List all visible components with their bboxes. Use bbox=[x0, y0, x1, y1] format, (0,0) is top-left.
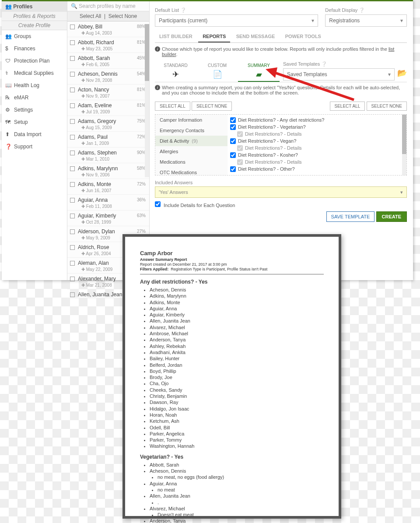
saved-templates-label: Saved Templates ❔ bbox=[283, 61, 407, 67]
profile-row[interactable]: Adams, Stephen✚ Mar 1, 201090% bbox=[67, 147, 149, 163]
select-all-button-right[interactable]: SELECT ALL bbox=[330, 102, 365, 111]
select-none-button-left[interactable]: SELECT NONE bbox=[192, 102, 232, 111]
question-item[interactable]: Diet Restrictions? - Vegetarian? bbox=[228, 123, 406, 130]
sidebar-sub-create-profile[interactable]: Create Profile bbox=[2, 21, 67, 30]
sidebar-item-groups[interactable]: 👥Groups bbox=[2, 30, 67, 42]
tab-power-tools[interactable]: POWER TOOLS bbox=[281, 31, 326, 42]
profile-row[interactable]: Adams, Gregory✚ Aug 15, 200975% bbox=[67, 116, 149, 132]
profile-checkbox[interactable] bbox=[70, 119, 75, 124]
question-category[interactable]: Emergency Contacts bbox=[155, 125, 228, 136]
report-type-summary[interactable]: SUMMARY▰ bbox=[238, 61, 280, 82]
profile-row[interactable]: Aguiar, Kimberly✚ Oct 28, 199963% bbox=[67, 211, 149, 226]
default-display-label: Default Display ❔ bbox=[325, 7, 407, 13]
tab-list-builder[interactable]: LIST BUILDER bbox=[155, 31, 197, 42]
folder-open-icon[interactable]: 📂 bbox=[397, 68, 407, 81]
profile-row[interactable]: Adkins, Marylynn✚ Nov 9, 200658% bbox=[67, 163, 149, 179]
profile-scroll-thumb[interactable] bbox=[145, 24, 149, 81]
profile-checkbox[interactable] bbox=[70, 292, 75, 297]
profile-row[interactable]: Acton, Nancy✚ Nov 9, 200781% bbox=[67, 84, 149, 100]
question-item[interactable]: Diet Restrictions? - Other? bbox=[228, 165, 406, 172]
question-scroll-thumb[interactable] bbox=[402, 115, 406, 154]
report-preview-page: Camp Arbor Answer Summary Report Report … bbox=[122, 234, 341, 519]
profile-checkbox[interactable] bbox=[70, 40, 75, 45]
default-list-label: Default List ❔ bbox=[155, 7, 318, 13]
sidebar-item-support[interactable]: ❓Support bbox=[2, 140, 67, 153]
profile-row[interactable]: Abbott, Richard✚ May 23, 200581% bbox=[67, 37, 149, 53]
pdf-question-1: Any diet restrictions? - Yes bbox=[140, 279, 324, 285]
profile-row[interactable]: Acheson, Dennis✚ Nov 28, 200854% bbox=[67, 69, 149, 84]
select-all-button-left[interactable]: SELECT ALL bbox=[155, 102, 190, 111]
profile-checkbox[interactable] bbox=[70, 166, 75, 171]
sidebar-header: 👥 Profiles bbox=[2, 1, 67, 12]
profile-row[interactable]: Adams, Paul✚ Jan 1, 200972% bbox=[67, 132, 149, 147]
profile-row[interactable]: Aguiar, Anna✚ Feb 11, 200836% bbox=[67, 195, 149, 211]
profile-row[interactable]: Abbott, Sarah✚ Feb 6, 200545% bbox=[67, 53, 149, 69]
question-item[interactable]: Diet Restrictions? - Details bbox=[228, 130, 406, 137]
profile-checkbox[interactable] bbox=[70, 25, 75, 29]
sidebar-item-emar[interactable]: ℞eMAR bbox=[2, 91, 67, 104]
tab-reports[interactable]: REPORTS bbox=[198, 31, 230, 42]
question-category[interactable]: Camper Information bbox=[155, 115, 228, 125]
save-template-button[interactable]: SAVE TEMPLATE bbox=[326, 211, 375, 222]
sidebar-sub-profiles-reports[interactable]: Profiles & Reports bbox=[2, 12, 67, 21]
profile-checkbox[interactable] bbox=[70, 245, 75, 250]
profile-checkbox[interactable] bbox=[70, 88, 75, 92]
question-category[interactable]: OTC Medications bbox=[155, 167, 228, 178]
profile-checkbox[interactable] bbox=[70, 151, 75, 155]
default-display-select[interactable]: Registrations bbox=[325, 14, 407, 27]
info-report-type: Choose which type of report you would li… bbox=[155, 46, 407, 57]
profile-checkbox[interactable] bbox=[70, 56, 75, 61]
saved-templates-select[interactable]: Saved Templates bbox=[283, 68, 395, 81]
profile-checkbox[interactable] bbox=[70, 72, 75, 77]
create-button[interactable]: CREATE bbox=[376, 211, 407, 222]
question-item[interactable]: Diet Restrictions? - Details bbox=[228, 144, 406, 151]
question-category[interactable]: Medications bbox=[155, 157, 228, 167]
sidebar-item-settings[interactable]: ⚙Settings bbox=[2, 104, 67, 116]
sidebar-item-data-import[interactable]: ⬆Data Import bbox=[2, 128, 67, 140]
default-list-select[interactable]: Participants (current) bbox=[155, 14, 318, 27]
profile-checkbox[interactable] bbox=[70, 261, 75, 266]
profile-checkbox[interactable] bbox=[70, 277, 75, 281]
profile-checkbox[interactable] bbox=[70, 182, 75, 187]
question-category[interactable]: Allergies bbox=[155, 146, 228, 157]
document-icon: 📄 bbox=[196, 70, 238, 79]
send-icon: ✈ bbox=[155, 70, 196, 79]
tab-send-message[interactable]: SEND MESSAGE bbox=[232, 31, 280, 42]
profile-row[interactable]: Adkins, Monte✚ Jun 16, 200772% bbox=[67, 179, 149, 195]
sidebar-item-protection-plan[interactable]: 🛡Protection Plan bbox=[2, 55, 67, 67]
info-summary: When creating a summary report, you can … bbox=[155, 85, 407, 95]
include-details-checkbox[interactable]: Include Details for Each Question bbox=[155, 201, 407, 208]
sidebar-item-setup[interactable]: 🗺Setup bbox=[2, 116, 67, 128]
pdf-title: Camp Arbor bbox=[140, 250, 324, 256]
profile-checkbox[interactable] bbox=[70, 214, 75, 218]
pdf-created: Report created on December 21, 2017 at 3… bbox=[140, 262, 324, 267]
profile-checkbox[interactable] bbox=[70, 103, 75, 108]
included-answers-label: Included Answers bbox=[155, 180, 407, 185]
main-tabs: LIST BUILDER REPORTS SEND MESSAGE POWER … bbox=[155, 31, 407, 43]
question-item[interactable]: Diet Restrictions? - Vegan? bbox=[228, 137, 406, 144]
sidebar-item-medical-supplies[interactable]: ⚕Medical Supplies bbox=[2, 67, 67, 79]
pdf-question-2: Vegetarian? - Yes bbox=[140, 454, 324, 460]
profile-checkbox[interactable] bbox=[70, 135, 75, 140]
profile-checkbox[interactable] bbox=[70, 198, 75, 203]
question-category[interactable]: Diet & Activity (9) bbox=[155, 136, 228, 146]
profile-checkbox[interactable] bbox=[70, 229, 75, 234]
sidebar-item-health-log[interactable]: 📖Health Log bbox=[2, 79, 67, 91]
question-item[interactable]: Diet Restrictions? - Details bbox=[228, 158, 406, 165]
report-type-custom[interactable]: CUSTOM📄 bbox=[196, 61, 238, 82]
profile-row[interactable]: Adam, Eveline✚ Jul 19, 200981% bbox=[67, 100, 149, 116]
select-none-button-right[interactable]: SELECT NONE bbox=[367, 102, 407, 111]
search-input[interactable]: 🔍 Search profiles by name bbox=[67, 1, 149, 11]
included-answers-select[interactable]: 'Yes' Answers bbox=[155, 186, 407, 198]
book-icon: ▰ bbox=[238, 70, 280, 79]
profile-row[interactable]: Abbey, Bill✚ Aug 14, 200388% bbox=[67, 21, 149, 37]
pdf-subtitle: Answer Summary Report bbox=[140, 257, 324, 262]
pdf-filters: Filters Applied: Registration Type is Pa… bbox=[140, 267, 324, 271]
question-item[interactable]: Diet Restrictions? - Kosher? bbox=[228, 151, 406, 158]
question-item[interactable]: Diet Restrictions? - Any diet restrictio… bbox=[228, 116, 406, 123]
select-toggle[interactable]: Select All | Select None bbox=[67, 11, 149, 21]
sidebar-item-finances[interactable]: $Finances bbox=[2, 42, 67, 55]
report-type-standard[interactable]: STANDARD✈ bbox=[155, 61, 196, 82]
